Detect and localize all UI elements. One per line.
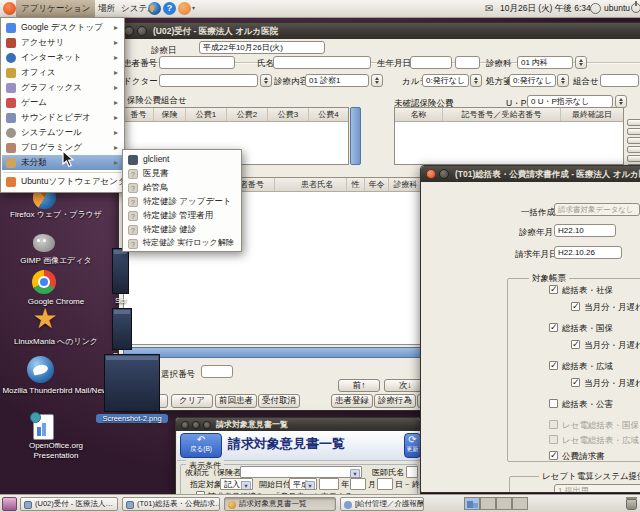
shohosen-combo[interactable]: 0:発行なし [509, 74, 556, 87]
menu-item-software-center[interactable]: Ubuntuソフトウェアセンター [2, 174, 123, 189]
openoffice-presentation-icon[interactable] [33, 414, 54, 440]
applications-menu[interactable]: アプリケーション [16, 0, 95, 17]
checkbox-kokuho[interactable] [549, 323, 558, 332]
spinner-icon[interactable] [557, 74, 569, 87]
spinner-icon[interactable] [371, 74, 383, 87]
checkbox-koiki-month[interactable] [571, 378, 580, 387]
desktop-icon-label[interactable]: OpenOffice.org Presentation [6, 441, 106, 460]
power-icon[interactable] [631, 3, 640, 13]
billing-date-field[interactable]: H22.10.26 [554, 246, 622, 259]
sentaku-bango-field[interactable] [201, 365, 233, 378]
screenshot-thumb-label[interactable]: Scr [108, 296, 134, 306]
screenshot-2-preview[interactable] [104, 354, 160, 412]
target-type-dropdown[interactable]: 記入日 [220, 478, 253, 490]
menu-item-games[interactable]: ゲーム [2, 95, 123, 110]
checkbox-kohi-seikyusho[interactable] [549, 451, 558, 460]
taskbar-button-ikensho[interactable]: 請求対象意見書一覧 [224, 497, 336, 511]
screenshot-thumbnail[interactable] [112, 308, 132, 350]
close-icon[interactable] [124, 26, 134, 36]
menu-item-accessories[interactable]: アクセサリ [2, 35, 123, 50]
submenu-item-tokutei-kenshin[interactable]: ?特定健診 健診 [124, 222, 240, 236]
spinner-icon[interactable] [470, 74, 482, 87]
desktop-icon-label[interactable]: Mozilla Thunderbird Mail/News [2, 386, 112, 396]
taskbar-button-t01[interactable]: (T01)総括表・公費請求… [122, 497, 220, 511]
vertical-scrollbar[interactable] [350, 107, 361, 165]
doctor-field[interactable] [159, 74, 258, 87]
day-field[interactable] [377, 478, 393, 490]
medical-action-button[interactable]: 診療行為 [374, 394, 416, 408]
patient-register-button[interactable]: 患者登録 [331, 394, 373, 408]
u02-titlebar[interactable]: (U02)受付 - 医療法人 オルカ医院 [119, 23, 640, 39]
kumiawase-field[interactable] [600, 74, 639, 87]
age-field[interactable] [455, 56, 480, 69]
workspace-3[interactable] [496, 497, 512, 510]
shimei-field[interactable] [273, 56, 371, 69]
screenshot-2-label[interactable]: Screenshot-2.png [96, 414, 168, 423]
menu-item-graphics[interactable]: グラフィックス [2, 80, 123, 95]
menu-item-internet[interactable]: インターネット [2, 50, 123, 65]
month-field[interactable] [350, 478, 366, 490]
checkbox-koiki[interactable] [549, 361, 558, 370]
checkbox-kogai[interactable] [549, 399, 558, 408]
update-button[interactable]: ⟳ 更新 [404, 433, 421, 458]
minimize-icon[interactable] [192, 421, 200, 429]
spinner-icon[interactable] [575, 56, 587, 69]
submenu-item-glclient[interactable]: glclient [124, 152, 240, 166]
shinryobi-field[interactable]: 平成22年10月26日(火) [199, 41, 325, 54]
submenu-item-tokutei-admin[interactable]: ?特定健診 管理者用 [124, 208, 240, 222]
year-field[interactable] [319, 478, 339, 490]
minimize-icon[interactable] [439, 169, 449, 179]
mini-button[interactable] [627, 128, 640, 135]
era-dropdown[interactable]: 平成 [289, 478, 317, 490]
cancel-reception-button[interactable]: 受付取消 [258, 394, 300, 408]
request-source-dropdown[interactable] [240, 466, 362, 478]
checkbox-shaho[interactable] [549, 285, 558, 294]
screenshot-thumbnail[interactable] [112, 248, 129, 294]
menu-item-sound-video[interactable]: サウンドとビデオ [2, 110, 123, 125]
t01-titlebar[interactable]: (T01)総括表・公費請求書作成 - 医療法人 オルカ医院 [421, 166, 640, 182]
doctor-name-field[interactable] [406, 466, 418, 478]
treatment-month-field[interactable]: H22.10 [554, 224, 616, 237]
seinengappi-field[interactable] [410, 56, 452, 69]
spinner-icon[interactable] [260, 74, 272, 87]
help-icon[interactable]: ? [163, 2, 176, 15]
taskbar-button-kyufu[interactable]: [給付管理／介護報酬請… [340, 497, 424, 511]
menu-item-office[interactable]: オフィス [2, 65, 123, 80]
user-status-icon[interactable] [590, 3, 601, 14]
chrome-icon[interactable] [32, 270, 56, 294]
mail-icon[interactable]: ✉ [485, 0, 493, 17]
menu-item-google-desktop[interactable]: Google デスクトップ [2, 20, 123, 35]
taskbar-button-u02[interactable]: (U02)受付 - 医療法人… [20, 497, 118, 511]
menu-item-system-tools[interactable]: システムツール [2, 125, 123, 140]
submenu-item-ikensho[interactable]: ?医見書 [124, 166, 240, 180]
prev-button[interactable]: 前↑ [338, 379, 380, 392]
submenu-item-kyukancho[interactable]: ?給管鳥 [124, 180, 240, 194]
shinryo-naiyo-combo[interactable]: 01 診察1 [305, 74, 369, 87]
ubuntu-logo-icon[interactable] [3, 2, 16, 15]
karte-combo[interactable]: 0:発行なし [422, 74, 469, 87]
gimp-icon[interactable] [33, 234, 55, 252]
trash-icon[interactable] [626, 499, 637, 510]
desktop-icon-label[interactable]: LinuxMania へのリンク [8, 337, 104, 347]
desktop-icon-label[interactable]: GIMP 画像エディタ [6, 256, 106, 266]
close-icon[interactable] [426, 169, 436, 179]
submenu-item-tokutei-unlock[interactable]: ?特定健診 実行ロック解除 [124, 236, 240, 250]
shinryoka-combo[interactable]: 01 内科 [517, 56, 573, 69]
mini-button[interactable] [627, 146, 640, 153]
mini-button[interactable] [627, 137, 640, 144]
close-icon[interactable] [181, 421, 189, 429]
clear-button[interactable]: クリア [171, 394, 213, 408]
submenu-item-tokutei-update[interactable]: ?特定健診 アップデート [124, 194, 240, 208]
minimize-icon[interactable] [137, 26, 147, 36]
mikakunin-table[interactable]: 名称 記号番号／受給者番号 最終確認日 [394, 107, 624, 165]
linuxmania-star-icon[interactable]: ★ [28, 302, 62, 336]
mini-button[interactable] [627, 119, 640, 126]
mini-button[interactable] [627, 155, 640, 162]
workspace-1[interactable] [464, 497, 480, 510]
checkbox-kokuho-month[interactable] [571, 340, 580, 349]
back-button[interactable]: ↶ 戻る(B) [180, 433, 222, 458]
maximize-icon[interactable] [203, 421, 211, 429]
desktop-icon-label[interactable]: Firefox ウェブ・ブラウザ [10, 210, 102, 220]
show-desktop-button[interactable] [2, 497, 17, 511]
kanja-bango-field[interactable] [159, 56, 235, 69]
